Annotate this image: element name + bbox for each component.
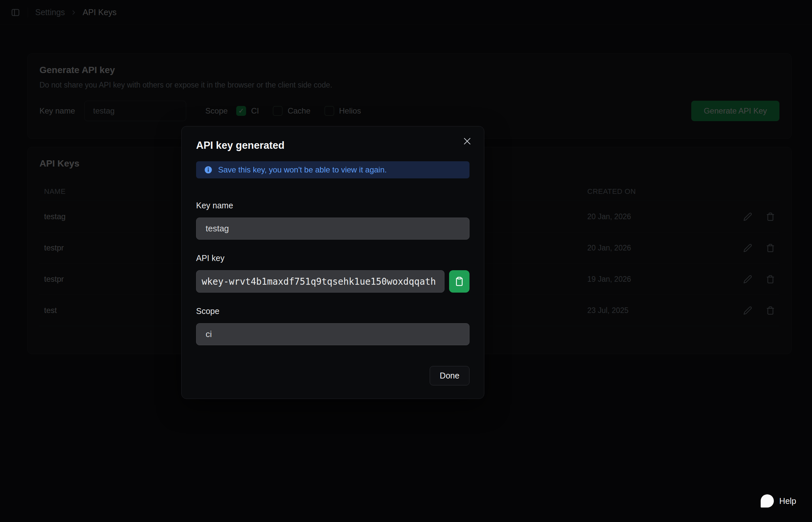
help-widget[interactable]: Help xyxy=(753,490,805,512)
modal-api-key-input[interactable]: wkey-wrvt4b1maxdf751q9tqsehk1ue150woxdqq… xyxy=(196,270,444,293)
done-button[interactable]: Done xyxy=(430,366,470,385)
modal-api-key-label: API key xyxy=(196,254,470,263)
close-icon[interactable] xyxy=(462,136,472,146)
save-key-notice-banner: Save this key, you won't be able to view… xyxy=(196,161,470,178)
copy-api-key-button[interactable] xyxy=(449,270,470,293)
modal-key-name-label: Key name xyxy=(196,201,470,210)
modal-key-name-input[interactable]: testag xyxy=(196,218,470,240)
api-key-generated-modal: API key generated Save this key, you won… xyxy=(181,126,484,399)
app-screen: Settings API Keys Generate API key Do no… xyxy=(0,0,812,522)
info-icon xyxy=(204,165,212,174)
chat-bubble-icon xyxy=(761,494,774,507)
clipboard-icon xyxy=(454,276,464,287)
modal-title: API key generated xyxy=(196,140,470,152)
notice-text: Save this key, you won't be able to view… xyxy=(218,165,387,175)
help-label: Help xyxy=(779,496,796,506)
modal-scope-label: Scope xyxy=(196,306,470,316)
modal-scope-input[interactable]: ci xyxy=(196,323,470,345)
